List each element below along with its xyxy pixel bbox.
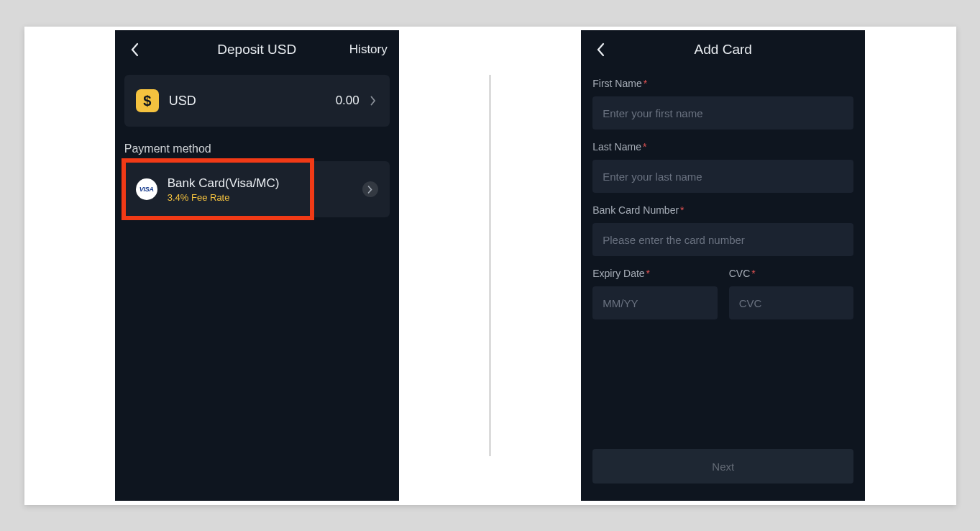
visa-text: VISA <box>139 186 154 193</box>
usd-icon: $ <box>136 89 159 112</box>
expiry-label: Expiry Date* <box>592 268 718 279</box>
bank-card-option[interactable]: VISA Bank Card(Visa/MC) 3.4% Fee Rate <box>124 161 390 217</box>
page-title: Deposit USD <box>217 42 296 58</box>
deposit-header: Deposit USD History <box>115 30 399 69</box>
payment-chevron-wrap <box>362 181 378 197</box>
cvc-label-text: CVC <box>729 268 751 279</box>
currency-selector[interactable]: $ USD 0.00 <box>124 75 390 127</box>
document-container: Deposit USD History $ USD 0.00 Payment m… <box>24 27 956 505</box>
card-number-input[interactable] <box>592 223 853 256</box>
phone-wrapper-right: Add Card First Name* Last Name* <box>490 30 956 501</box>
cvc-label: CVC* <box>729 268 854 279</box>
chevron-right-icon <box>368 96 378 106</box>
add-card-form: First Name* Last Name* Bank Card Number* <box>581 69 865 501</box>
chevron-right-icon <box>367 186 372 194</box>
expiry-group: Expiry Date* <box>592 268 718 319</box>
first-name-label: First Name* <box>592 78 853 89</box>
payment-info: Bank Card(Visa/MC) 3.4% Fee Rate <box>168 176 280 203</box>
card-number-label-text: Bank Card Number <box>592 204 679 216</box>
first-name-label-text: First Name <box>592 78 641 89</box>
expiry-date-input[interactable] <box>592 286 718 319</box>
deposit-screen: Deposit USD History $ USD 0.00 Payment m… <box>115 30 399 501</box>
last-name-label: Last Name* <box>592 141 853 153</box>
next-button[interactable]: Next <box>592 449 853 484</box>
add-card-screen: Add Card First Name* Last Name* <box>581 30 865 501</box>
last-name-label-text: Last Name <box>592 141 641 153</box>
payment-fee: 3.4% Fee Rate <box>168 192 280 203</box>
cvc-group: CVC* <box>729 268 854 319</box>
phone-wrapper-left: Deposit USD History $ USD 0.00 Payment m… <box>24 30 490 501</box>
last-name-group: Last Name* <box>592 141 853 193</box>
back-button[interactable] <box>127 41 144 58</box>
visa-icon: VISA <box>136 178 157 200</box>
page-title: Add Card <box>695 42 752 58</box>
first-name-input[interactable] <box>592 96 853 130</box>
cvc-input[interactable] <box>729 286 854 319</box>
expiry-cvc-row: Expiry Date* CVC* <box>592 268 853 331</box>
currency-balance: 0.00 <box>336 94 360 108</box>
currency-label: USD <box>169 94 196 109</box>
usd-glyph: $ <box>143 93 151 109</box>
first-name-group: First Name* <box>592 78 853 130</box>
history-link[interactable]: History <box>349 42 388 57</box>
payment-method-wrapper: VISA Bank Card(Visa/MC) 3.4% Fee Rate <box>124 161 390 217</box>
required-asterisk: * <box>643 141 646 153</box>
last-name-input[interactable] <box>592 160 853 193</box>
add-card-header: Add Card <box>581 30 865 69</box>
back-button[interactable] <box>592 41 610 58</box>
card-number-label: Bank Card Number* <box>592 204 853 216</box>
required-asterisk: * <box>680 204 684 216</box>
payment-method-heading: Payment method <box>124 142 390 155</box>
required-asterisk: * <box>644 78 647 89</box>
required-asterisk: * <box>646 268 650 279</box>
chevron-left-icon <box>597 42 605 57</box>
card-number-group: Bank Card Number* <box>592 204 853 256</box>
payment-name: Bank Card(Visa/MC) <box>168 176 280 191</box>
required-asterisk: * <box>751 268 755 279</box>
expiry-label-text: Expiry Date <box>592 268 644 279</box>
chevron-left-icon <box>131 42 139 57</box>
